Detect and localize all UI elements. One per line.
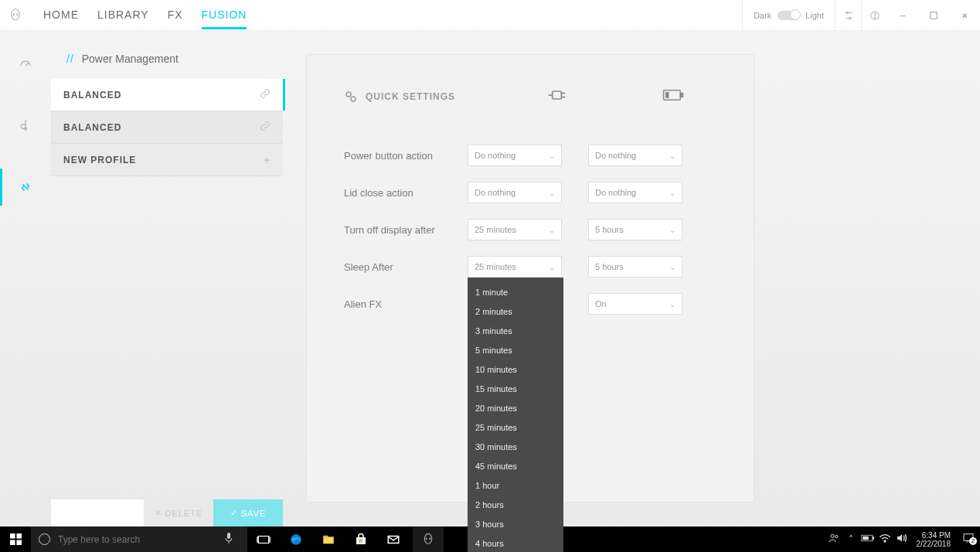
dropdown-option[interactable]: 2 minutes bbox=[468, 302, 563, 321]
alienware-logo bbox=[0, 9, 31, 22]
svg-point-0 bbox=[12, 9, 20, 19]
svg-rect-22 bbox=[16, 533, 22, 539]
tray-volume-icon[interactable] bbox=[893, 533, 910, 546]
window-close-button[interactable]: ✕ bbox=[949, 0, 980, 31]
dropdown-option[interactable]: 2 hours bbox=[468, 495, 563, 514]
svg-point-40 bbox=[426, 537, 427, 540]
settings-grid: Power button action Do nothing⌄ Do nothi… bbox=[344, 137, 716, 322]
tab-fx[interactable]: FX bbox=[168, 1, 183, 29]
dropdown-option[interactable]: 10 minutes bbox=[468, 359, 563, 379]
dropdown-option[interactable]: 30 minutes bbox=[468, 437, 563, 456]
delete-button[interactable]: ✕DELETE bbox=[144, 499, 213, 526]
link-icon[interactable] bbox=[260, 88, 271, 101]
window-minimize-button[interactable]: ─ bbox=[887, 0, 918, 31]
taskbar-store-icon[interactable] bbox=[345, 526, 377, 552]
select-lid-close-bat[interactable]: Do nothing⌄ bbox=[588, 182, 682, 203]
chevron-down-icon: ⌄ bbox=[549, 189, 555, 197]
settings-sliders-icon[interactable] bbox=[835, 0, 861, 31]
category-overclock-icon[interactable] bbox=[0, 48, 51, 79]
svg-rect-36 bbox=[359, 540, 361, 542]
plugged-in-icon bbox=[548, 87, 570, 106]
theme-toggle[interactable]: Dark Light bbox=[742, 0, 835, 31]
taskbar-alienware-app[interactable] bbox=[413, 526, 444, 552]
svg-rect-25 bbox=[227, 533, 230, 539]
tray-notifications-icon[interactable]: 2 bbox=[957, 532, 980, 547]
select-sleep-after-bat[interactable]: 5 hours⌄ bbox=[588, 256, 682, 278]
taskbar-edge-icon[interactable] bbox=[280, 526, 312, 552]
svg-rect-35 bbox=[361, 539, 362, 540]
tray-people-icon[interactable] bbox=[825, 532, 842, 547]
help-icon[interactable] bbox=[861, 0, 887, 31]
profile-label: BALANCED bbox=[63, 90, 121, 101]
svg-point-8 bbox=[874, 17, 875, 18]
svg-point-42 bbox=[831, 534, 834, 537]
dropdown-option[interactable]: 1 hour bbox=[468, 475, 563, 495]
select-display-off-bat[interactable]: 5 hours⌄ bbox=[588, 219, 682, 240]
svg-rect-24 bbox=[16, 540, 22, 545]
quick-settings-card: QUICK SETTINGS Power button action Do bbox=[306, 54, 754, 503]
row-power-button: Power button action Do nothing⌄ Do nothi… bbox=[344, 137, 716, 174]
dropdown-option[interactable]: 5 minutes bbox=[468, 340, 563, 359]
tray-wifi-icon[interactable] bbox=[876, 533, 893, 546]
dropdown-option[interactable]: 3 hours bbox=[468, 514, 563, 533]
svg-rect-37 bbox=[361, 540, 362, 542]
chevron-down-icon: ⌄ bbox=[669, 226, 675, 234]
svg-rect-14 bbox=[553, 91, 562, 99]
quick-settings-title: QUICK SETTINGS bbox=[344, 90, 455, 104]
tab-fusion[interactable]: FUSION bbox=[202, 1, 247, 29]
tray-battery-icon[interactable] bbox=[859, 533, 876, 545]
search-input[interactable] bbox=[58, 534, 210, 545]
svg-rect-32 bbox=[323, 535, 328, 537]
row-sleep-after: Sleep After 25 minutes⌄ 1 minute2 minute… bbox=[344, 248, 716, 285]
window-maximize-button[interactable] bbox=[918, 0, 949, 31]
svg-point-1 bbox=[13, 13, 15, 15]
tab-library[interactable]: LIBRARY bbox=[97, 1, 149, 29]
svg-point-47 bbox=[884, 540, 886, 542]
dropdown-option[interactable]: 25 minutes bbox=[468, 417, 563, 437]
setting-label: Lid close action bbox=[344, 187, 468, 199]
start-button[interactable] bbox=[0, 526, 31, 552]
svg-point-11 bbox=[25, 128, 27, 130]
select-power-button-ac[interactable]: Do nothing⌄ bbox=[468, 145, 562, 166]
dropdown-option[interactable]: 4 hours bbox=[468, 533, 563, 552]
profile-label: NEW PROFILE bbox=[63, 155, 136, 165]
chevron-down-icon: ⌄ bbox=[669, 300, 675, 308]
tab-home[interactable]: HOME bbox=[43, 1, 79, 29]
chevron-down-icon: ⌄ bbox=[549, 226, 555, 234]
category-thermal-icon[interactable] bbox=[0, 110, 51, 141]
select-alien-fx-bat[interactable]: On⌄ bbox=[588, 293, 682, 315]
svg-rect-27 bbox=[258, 536, 269, 543]
dropdown-option[interactable]: 15 minutes bbox=[468, 379, 563, 398]
select-lid-close-ac[interactable]: Do nothing⌄ bbox=[468, 182, 562, 203]
save-button[interactable]: ✓SAVE bbox=[213, 499, 283, 526]
profile-row-balanced-2[interactable]: BALANCED bbox=[51, 111, 283, 144]
plus-icon[interactable]: + bbox=[264, 154, 271, 166]
dropdown-option[interactable]: 20 minutes bbox=[468, 398, 563, 417]
taskbar-mail-icon[interactable] bbox=[377, 526, 410, 552]
link-icon[interactable] bbox=[260, 121, 271, 134]
tray-chevron-up-icon[interactable]: ˄ bbox=[842, 534, 859, 545]
theme-light-label: Light bbox=[805, 11, 824, 20]
task-view-icon[interactable] bbox=[247, 526, 280, 552]
chevron-down-icon: ⌄ bbox=[669, 152, 675, 160]
select-display-off-ac[interactable]: 25 minutes⌄ bbox=[468, 219, 562, 240]
content-panel: QUICK SETTINGS Power button action Do bbox=[283, 31, 980, 526]
theme-switch[interactable] bbox=[778, 11, 799, 20]
cortana-icon bbox=[39, 533, 50, 545]
category-power-icon[interactable] bbox=[0, 172, 51, 203]
profile-row-balanced-1[interactable]: BALANCED bbox=[51, 79, 283, 111]
select-power-button-bat[interactable]: Do nothing⌄ bbox=[588, 145, 682, 166]
row-turn-off-display: Turn off display after 25 minutes⌄ 5 hou… bbox=[344, 211, 716, 248]
svg-rect-19 bbox=[680, 94, 682, 97]
taskbar-explorer-icon[interactable] bbox=[312, 526, 345, 552]
dropdown-option[interactable]: 3 minutes bbox=[468, 321, 563, 340]
dropdown-option[interactable]: 45 minutes bbox=[468, 456, 563, 475]
profile-row-new[interactable]: NEW PROFILE + bbox=[51, 144, 283, 176]
mic-icon[interactable] bbox=[218, 532, 240, 547]
dropdown-option[interactable]: 1 minute bbox=[468, 282, 563, 302]
svg-rect-45 bbox=[873, 537, 874, 540]
svg-rect-28 bbox=[257, 537, 259, 542]
taskbar-search[interactable] bbox=[31, 526, 247, 552]
select-sleep-after-ac[interactable]: 25 minutes⌄ 1 minute2 minutes3 minutes5 … bbox=[468, 256, 562, 278]
tray-clock[interactable]: 6:34 PM 2/22/2018 bbox=[910, 531, 958, 548]
